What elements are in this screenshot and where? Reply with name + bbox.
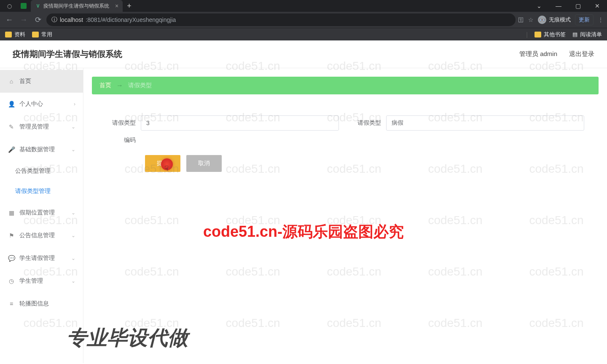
breadcrumb-home[interactable]: 首页 — [99, 82, 111, 89]
sidebar-item-admin[interactable]: ✎管理员管理 ⌄ — [0, 115, 83, 138]
breadcrumb-current: 请假类型 — [128, 82, 152, 89]
window-controls: ⌄ — ▢ ✕ — [529, 0, 607, 12]
close-icon[interactable]: × — [115, 3, 118, 9]
menu-icon[interactable]: ⋮ — [598, 16, 604, 23]
field-label: 编码 — [106, 136, 136, 144]
leave-type-name-input[interactable] — [386, 115, 584, 131]
folder-icon — [5, 32, 12, 37]
main: 首页 → 请假类型 请假类型 请假类型 编码 — [83, 68, 607, 363]
vue-icon: V — [35, 3, 41, 9]
app-header: 疫情期间学生请假与销假系统 管理员 admin 退出登录 — [0, 40, 607, 68]
sidebar-item-student-manage[interactable]: ◷学生管理 ⌄ — [0, 270, 83, 292]
minimize-button[interactable]: — — [549, 0, 568, 12]
clock-icon: ◷ — [8, 277, 15, 285]
arrow-right-icon: → — [116, 82, 123, 89]
update-button[interactable]: 更新 — [575, 14, 594, 25]
bookmark-folder-1[interactable]: 资料 — [5, 31, 25, 38]
current-user[interactable]: 管理员 admin — [519, 50, 557, 58]
cursor-icon: ☟ — [164, 164, 169, 172]
tab-sheet[interactable] — [16, 0, 31, 12]
star-icon[interactable]: ☆ — [528, 16, 534, 23]
cancel-button[interactable]: 取消 — [186, 155, 222, 172]
field-label: 请假类型 — [352, 119, 381, 127]
reading-list[interactable]: ▤阅读清单 — [572, 31, 602, 38]
nav-actions: ⚿ ☆ 👓 无痕模式 更新 ⋮ — [518, 14, 604, 25]
url-path: :8081/#/dictionaryXueshengqingjia — [86, 16, 176, 23]
folder-icon — [534, 32, 541, 37]
chevron-down-icon: ⌄ — [71, 210, 75, 216]
maximize-button[interactable]: ▢ — [568, 0, 588, 12]
form-card: 请假类型 请假类型 编码 提交 取消 — [92, 106, 599, 189]
leave-type-code-input[interactable] — [141, 115, 339, 131]
reload-button[interactable]: ⟳ — [32, 14, 44, 26]
sidebar: ⌂首页 👤个人中心 › ✎管理员管理 ⌄ 🎤基础数据管理 ⌄ 公告类型管理 请假… — [0, 68, 83, 363]
sidebar-item-basedata[interactable]: 🎤基础数据管理 ⌄ — [0, 138, 83, 161]
tab-bar: ◯ V 疫情期间学生请假与销假系统 × + ⌄ — ▢ ✕ — [0, 0, 607, 12]
header-right: 管理员 admin 退出登录 — [519, 50, 594, 58]
mic-icon: 🎤 — [8, 146, 15, 153]
logout-link[interactable]: 退出登录 — [569, 50, 594, 58]
user-icon: 👤 — [8, 100, 15, 108]
incognito-label: 无痕模式 — [549, 16, 571, 24]
sidebar-item-home[interactable]: ⌂首页 — [0, 70, 83, 93]
incognito-badge: 👓 无痕模式 — [538, 16, 571, 24]
chevron-down-icon: ⌄ — [71, 124, 75, 130]
grid-icon: ▦ — [8, 209, 15, 217]
chevron-down-icon: ⌄ — [71, 278, 75, 284]
sidebar-item-student-leave[interactable]: 💬学生请假管理 ⌄ — [0, 247, 83, 270]
url-host: localhost — [60, 16, 83, 23]
bars-icon: ≡ — [8, 300, 15, 308]
sidebar-item-profile[interactable]: 👤个人中心 › — [0, 93, 83, 115]
chat-icon: 💬 — [8, 254, 15, 262]
flag-icon: ⚑ — [8, 232, 15, 239]
chevron-down-icon: ⌄ — [71, 255, 75, 261]
app: 疫情期间学生请假与销假系统 管理员 admin 退出登录 ⌂首页 👤个人中心 ›… — [0, 40, 607, 363]
info-icon: ⓘ — [51, 16, 57, 24]
home-icon: ⌂ — [8, 78, 15, 85]
sidebar-item-carousel[interactable]: ≡轮播图信息 — [0, 292, 83, 315]
body: ⌂首页 👤个人中心 › ✎管理员管理 ⌄ 🎤基础数据管理 ⌄ 公告类型管理 请假… — [0, 68, 607, 363]
key-icon[interactable]: ⚿ — [518, 16, 524, 23]
edit-icon: ✎ — [8, 123, 15, 131]
chevron-down-icon[interactable]: ⌄ — [529, 0, 549, 12]
field-leave-type-code: 请假类型 — [106, 115, 339, 131]
browser-chrome: ◯ V 疫情期间学生请假与销假系统 × + ⌄ — ▢ ✕ ← → ⟳ ⓘ lo… — [0, 0, 607, 40]
bookmarks-bar: 资料 常用 | 其他书签 ▤阅读清单 — [0, 28, 607, 40]
globe-icon: ◯ — [6, 3, 12, 9]
bookmark-folder-2[interactable]: 常用 — [32, 31, 52, 38]
tab-blank[interactable]: ◯ — [2, 0, 16, 12]
field-label: 请假类型 — [106, 119, 136, 127]
other-bookmarks[interactable]: 其他书签 — [534, 31, 566, 38]
tab-active[interactable]: V 疫情期间学生请假与销假系统 × — [31, 0, 123, 12]
sheet-icon — [21, 3, 27, 9]
tab-title: 疫情期间学生请假与销假系统 — [43, 3, 109, 10]
folder-icon — [32, 32, 39, 37]
sidebar-sub-leave-type[interactable]: 请假类型管理 — [0, 181, 83, 201]
back-button[interactable]: ← — [3, 14, 15, 26]
chevron-down-icon: ⌄ — [71, 147, 75, 153]
url-bar[interactable]: ⓘ localhost:8081/#/dictionaryXueshengqin… — [46, 13, 516, 26]
list-icon: ▤ — [572, 31, 577, 37]
nav-bar: ← → ⟳ ⓘ localhost:8081/#/dictionaryXuesh… — [0, 12, 607, 28]
breadcrumb: 首页 → 请假类型 — [92, 77, 599, 94]
close-window-button[interactable]: ✕ — [588, 0, 607, 12]
sidebar-sub-notice-type[interactable]: 公告类型管理 — [0, 161, 83, 181]
field-leave-type-name: 请假类型 — [352, 115, 584, 131]
forward-button[interactable]: → — [18, 14, 30, 26]
button-row: 提交 取消 ☟ — [106, 155, 584, 172]
field-code: 编码 — [106, 136, 136, 144]
chevron-down-icon: ⌄ — [71, 233, 75, 238]
incognito-icon: 👓 — [538, 16, 546, 24]
new-tab-button[interactable]: + — [123, 2, 136, 11]
chevron-right-icon: › — [74, 101, 75, 107]
watermark-center: code51.cn-源码乐园盗图必究 — [203, 222, 404, 242]
app-title: 疫情期间学生请假与销假系统 — [13, 48, 122, 60]
sidebar-item-notice-info[interactable]: ⚑公告信息管理 ⌄ — [0, 224, 83, 247]
sidebar-item-holiday-location[interactable]: ▦假期位置管理 ⌄ — [0, 201, 83, 224]
watermark-bottom: 专业毕设代做 — [67, 324, 188, 351]
